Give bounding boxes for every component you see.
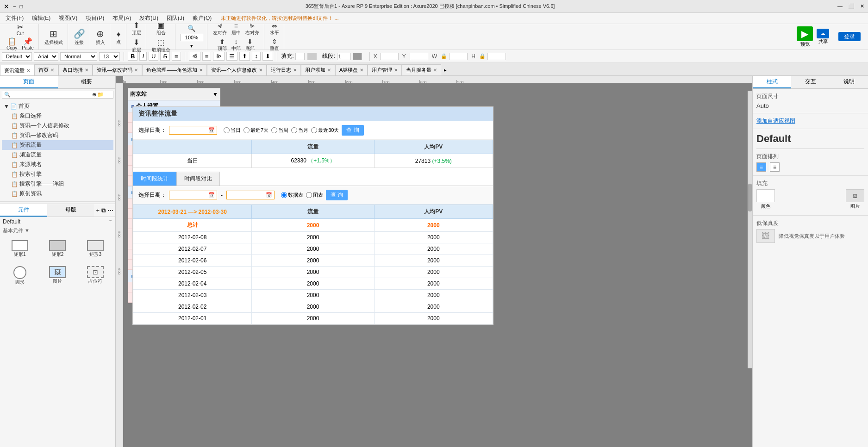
scroll-thumb[interactable]	[748, 184, 752, 211]
login-button[interactable]: 登录	[838, 32, 861, 41]
page-tab[interactable]: 页面	[0, 76, 58, 88]
zoom-down-icon[interactable]: ▾	[190, 43, 193, 49]
align-left-button[interactable]: ⫷ 左对齐	[211, 21, 229, 37]
select-mode-button[interactable]: ⊞ 选择模式	[43, 27, 65, 47]
align-top-button[interactable]: ⬆ 顶部	[216, 37, 229, 53]
section-tab-1[interactable]: 时间段对比	[176, 172, 220, 186]
element-circle[interactable]: 圆形	[2, 263, 38, 289]
rpanel-interaction-tab[interactable]: 交互	[791, 76, 830, 88]
text-align-center[interactable]: ≡	[202, 52, 212, 61]
share-button[interactable]: ☁	[817, 29, 829, 38]
list-button[interactable]: ≡	[172, 52, 181, 61]
filter2-radio-chart[interactable]: 图表	[306, 192, 323, 199]
connect-button[interactable]: 🔗 连接	[72, 27, 87, 47]
tab-9[interactable]: 用户管理 ✕	[368, 64, 402, 75]
tab-close-4[interactable]: ✕	[199, 68, 203, 73]
win-maximize[interactable]: ⬜	[848, 3, 855, 9]
menu-project[interactable]: 项目(P)	[82, 13, 108, 23]
font-style-select[interactable]: Normal	[60, 52, 97, 61]
underline-button[interactable]: U	[149, 52, 158, 61]
radio-week[interactable]: 当周	[271, 127, 288, 134]
tab-5[interactable]: 资讯—个人信息修改 ✕	[207, 64, 267, 75]
element-rect2[interactable]: 矩形2	[40, 237, 76, 261]
text-align-bottom[interactable]: ⬇	[262, 52, 273, 61]
tree-item-8[interactable]: 📋 搜索引擎——详细	[2, 179, 113, 189]
font-size-select[interactable]: 13	[99, 52, 120, 61]
h-input[interactable]	[487, 53, 506, 60]
tab-close-7[interactable]: ✕	[327, 68, 331, 73]
tab-close-0[interactable]: ✕	[26, 68, 30, 73]
filter2-query-button[interactable]: 查 询	[326, 190, 348, 200]
more-icon[interactable]: ⋯	[107, 207, 113, 214]
tab-0[interactable]: 资讯流量 ✕	[0, 65, 34, 76]
tab-close-9[interactable]: ✕	[394, 68, 398, 73]
element-rect3[interactable]: 矩形3	[77, 237, 113, 261]
section-tab-0[interactable]: 时间段统计	[133, 172, 176, 186]
tab-4[interactable]: 角色管理——角色添加 ✕	[142, 64, 207, 75]
dropdown-icon[interactable]: ▼	[212, 91, 218, 98]
rpanel-style-tab[interactable]: 柱式	[753, 76, 791, 88]
tree-item-1[interactable]: 📋 条口选择	[2, 111, 113, 121]
align-right-btn[interactable]: ≡	[770, 162, 780, 172]
tab-close-3[interactable]: ✕	[134, 68, 138, 73]
point-button[interactable]: ⬧ 点	[114, 27, 123, 46]
fill-color-swatch2[interactable]	[307, 53, 317, 60]
fill-image-swatch[interactable]: 🖼	[846, 189, 864, 202]
calendar-icon[interactable]: 📅	[208, 127, 215, 133]
filter2-end-field[interactable]	[229, 192, 266, 198]
insert-button[interactable]: ⊕ 插入	[94, 27, 107, 47]
rpanel-notes-tab[interactable]: 说明	[830, 76, 868, 88]
minimize-btn[interactable]: −	[13, 4, 16, 9]
add-element-icon[interactable]: +	[96, 207, 100, 214]
align-right-button[interactable]: ⫸ 右对齐	[244, 21, 261, 37]
menu-edit[interactable]: 编辑(E)	[28, 13, 54, 23]
maximize-btn[interactable]: □	[19, 4, 23, 9]
masters-tab[interactable]: 母版	[47, 204, 94, 217]
win-close[interactable]: ✕	[860, 3, 864, 9]
distribute-h-button[interactable]: ⇔ 水平	[268, 21, 281, 37]
radio-today[interactable]: 当日	[224, 127, 241, 134]
tree-item-5[interactable]: 📋 频道流量	[2, 150, 113, 160]
tab-3[interactable]: 资讯—修改密码 ✕	[93, 64, 142, 75]
tab-close-1[interactable]: ✕	[50, 68, 54, 73]
group-button[interactable]: ▣ 组合	[155, 20, 168, 37]
fill-color-swatch[interactable]	[756, 189, 775, 202]
text-align-top[interactable]: ⬆	[239, 52, 250, 61]
add-page-icon[interactable]: ⊕	[92, 92, 96, 98]
page-search-input[interactable]	[12, 92, 90, 98]
tab-8[interactable]: A类楼盘 ✕	[335, 64, 368, 75]
query-button[interactable]: 查 询	[342, 125, 363, 136]
tab-close-8[interactable]: ✕	[360, 68, 363, 73]
filter2-cal-end[interactable]: 📅	[266, 192, 272, 198]
text-align-middle[interactable]: ↕	[252, 52, 261, 61]
tab-close-5[interactable]: ✕	[259, 68, 262, 73]
text-align-left[interactable]: ⫷	[189, 52, 200, 61]
w-input[interactable]	[449, 53, 468, 60]
date-field[interactable]	[171, 128, 208, 133]
tab-1[interactable]: 首页 ✕	[34, 64, 58, 75]
align-center-button[interactable]: ≡ 居中	[230, 21, 243, 37]
folder-icon[interactable]: 📁	[97, 92, 104, 98]
element-image[interactable]: 🖼 图片	[40, 263, 76, 289]
tab-10[interactable]: 当月服务量 ✕	[402, 64, 441, 75]
fill-color-swatch[interactable]	[295, 53, 305, 60]
tab-close-10[interactable]: ✕	[433, 68, 437, 73]
date-input[interactable]: 📅	[169, 126, 217, 135]
tab-7[interactable]: 用户添加 ✕	[301, 64, 335, 75]
element-placeholder[interactable]: ⊡ 占位符	[77, 263, 113, 289]
italic-button[interactable]: I	[139, 52, 147, 61]
paste-button[interactable]: 📌 Paste	[20, 37, 36, 51]
strikethrough-button[interactable]: S	[160, 52, 170, 61]
radio-month[interactable]: 当月	[291, 127, 308, 134]
adaptive-link[interactable]: 添加自适应视图	[756, 118, 795, 124]
filter2-date-end[interactable]: 📅	[226, 191, 275, 199]
copy-element-icon[interactable]: ⧉	[101, 207, 106, 214]
y-input[interactable]	[410, 53, 428, 60]
top-layer-button[interactable]: ⬆ 顶层	[130, 20, 143, 37]
menu-file[interactable]: 文件(F)	[2, 13, 27, 23]
tab-2[interactable]: 条口选择 ✕	[58, 64, 93, 75]
radio-30days[interactable]: 最近30天	[311, 127, 339, 134]
text-align-right[interactable]: ⫸	[213, 52, 225, 61]
bold-button[interactable]: B	[128, 52, 137, 61]
bottom-layer-button[interactable]: ⬇ 底层	[130, 37, 143, 54]
